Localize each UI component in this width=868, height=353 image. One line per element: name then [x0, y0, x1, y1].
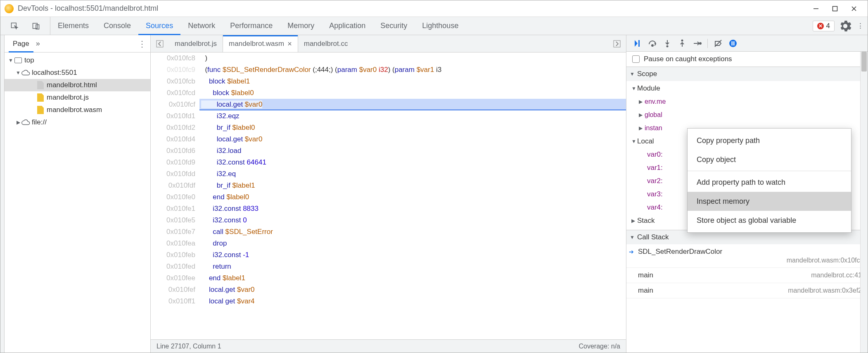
editor-tab[interactable]: mandelbrot.wasm×	[223, 35, 298, 52]
code-line[interactable]: br_if $label1	[199, 180, 626, 191]
editor-nav-fwd-icon[interactable]	[610, 37, 624, 50]
device-toolbar-icon[interactable]	[28, 19, 43, 33]
scope-section-header[interactable]: ▼Scope	[626, 67, 868, 81]
pause-caught-label: Pause on caught exceptions	[644, 55, 732, 63]
svg-rect-16	[732, 41, 733, 45]
callstack-frame[interactable]: mainmandelbrot.wasm:0x3ef2	[626, 283, 868, 298]
deactivate-breakpoints-icon[interactable]	[712, 37, 724, 50]
file-tree-item[interactable]: mandelbrot.js	[5, 91, 150, 104]
window-titlebar: DevTools - localhost:5501/mandelbrot.htm…	[0, 0, 868, 17]
code-line[interactable]: i32.const -1	[199, 249, 626, 261]
step-into-icon[interactable]	[661, 37, 674, 50]
editor-tab[interactable]: mandelbrot.cc	[298, 35, 354, 52]
gutter-address: 0x010fed	[151, 261, 195, 272]
step-over-icon[interactable]	[646, 37, 659, 50]
context-menu-item[interactable]: Inspect memory	[688, 192, 851, 211]
gutter-address: 0x010fd1	[151, 110, 195, 122]
callstack-frame[interactable]: ➔SDL_SetRenderDrawColormandelbrot.wasm:0…	[626, 244, 868, 268]
code-line[interactable]: br_if $label0	[199, 122, 626, 134]
context-menu-item[interactable]: Add property path to watch	[688, 173, 851, 192]
panel-tab-network[interactable]: Network	[180, 17, 223, 35]
code-line[interactable]: )	[199, 52, 626, 64]
code-line[interactable]: end $label1	[199, 272, 626, 284]
code-line[interactable]: block $label1	[199, 76, 626, 87]
file-tree-item[interactable]: ▼top	[5, 54, 150, 67]
code-line[interactable]: local.get $var0	[199, 284, 626, 296]
code-line[interactable]: (func $SDL_SetRenderDrawColor (;444;) (p…	[199, 64, 626, 76]
panel-tab-sources[interactable]: Sources	[138, 17, 180, 35]
svg-rect-7	[157, 41, 163, 47]
code-line[interactable]: local get $var4	[199, 296, 626, 307]
window-close-button[interactable]	[844, 2, 863, 15]
navigator-kebab-icon[interactable]: ⋮	[138, 39, 146, 49]
scope-module-item[interactable]: ▶global	[626, 108, 868, 122]
scope-module-item[interactable]: ▶env.me	[626, 95, 868, 108]
panel-tab-application[interactable]: Application	[322, 17, 373, 35]
step-out-icon[interactable]	[676, 37, 688, 50]
panel-tab-memory[interactable]: Memory	[280, 17, 322, 35]
panel-tab-lighthouse[interactable]: Lighthouse	[415, 17, 466, 35]
kebab-menu-icon[interactable]: ⋮	[853, 19, 868, 33]
gutter-address: 0x010fe7	[151, 226, 195, 238]
window-maximize-button[interactable]	[825, 2, 844, 15]
panel-tabbar: ElementsConsoleSourcesNetworkPerformance…	[0, 17, 868, 35]
panel-tab-elements[interactable]: Elements	[50, 17, 96, 35]
svg-rect-17	[733, 41, 735, 45]
code-line[interactable]: i32.load	[199, 145, 626, 157]
code-line[interactable]: return	[199, 261, 626, 272]
debugger-scrollbar[interactable]: ▲	[860, 52, 868, 353]
code-line[interactable]: i32.eq	[199, 168, 626, 180]
editor-nav-back-icon[interactable]	[153, 37, 166, 50]
close-icon[interactable]: ×	[287, 40, 292, 48]
code-line[interactable]: local.get $var0	[199, 99, 626, 110]
callstack-frame[interactable]: mainmandelbrot.cc:41	[626, 268, 868, 283]
code-line[interactable]: i32.eqz	[199, 110, 626, 122]
code-line[interactable]: drop	[199, 238, 626, 249]
gutter-address: 0x010feb	[151, 249, 195, 261]
cloud-icon	[21, 119, 30, 126]
error-count-pill[interactable]: ✕ 4	[813, 21, 835, 31]
code-line[interactable]: i32.const 64641	[199, 157, 626, 168]
file-tree-item[interactable]: ▼localhost:5501	[5, 67, 150, 79]
panel-tab-security[interactable]: Security	[373, 17, 415, 35]
resume-icon[interactable]	[631, 37, 644, 50]
code-line[interactable]: i32.const 8833	[199, 203, 626, 215]
context-menu-item[interactable]: Copy property path	[688, 131, 851, 150]
left-gutter-strip	[0, 35, 5, 353]
navigator-tab-page[interactable]: Page	[9, 35, 33, 52]
context-menu-item[interactable]: Store object as global variable	[688, 211, 851, 230]
gutter-address: 0x010fe0	[151, 191, 195, 203]
svg-point-15	[729, 40, 737, 47]
file-tree-item[interactable]: mandelbrot.wasm	[5, 104, 150, 116]
step-icon[interactable]	[691, 37, 703, 50]
gutter-address: 0x010fdd	[151, 168, 195, 180]
code-line[interactable]: block $label0	[199, 87, 626, 99]
panel-tab-console[interactable]: Console	[96, 17, 138, 35]
settings-gear-icon[interactable]	[838, 19, 853, 33]
svg-rect-8	[614, 41, 620, 47]
window-title: DevTools - localhost:5501/mandelbrot.htm…	[18, 4, 806, 13]
gutter-address: 0x010fc8	[151, 52, 195, 64]
code-line[interactable]: call $SDL_SetError	[199, 226, 626, 238]
pause-on-exceptions-icon[interactable]	[727, 37, 739, 50]
code-line[interactable]: i32.const 0	[199, 215, 626, 226]
context-menu-item[interactable]: Copy object	[688, 150, 851, 169]
current-frame-icon: ➔	[629, 248, 634, 255]
pause-caught-checkbox[interactable]	[632, 55, 640, 63]
gutter-address: 0x010fd2	[151, 122, 195, 134]
code-line[interactable]: local.get $var0	[199, 134, 626, 145]
navigator-overflow-icon[interactable]: »	[36, 39, 40, 48]
svg-point-11	[666, 45, 669, 47]
editor-tab[interactable]: mandelbrot.js	[169, 35, 223, 52]
svg-rect-5	[33, 23, 38, 29]
file-tree-item[interactable]: mandelbrot.html	[5, 79, 150, 91]
code-line[interactable]: end $label0	[199, 191, 626, 203]
file-tree-item[interactable]: ▶file://	[5, 116, 150, 129]
inspect-element-icon[interactable]	[7, 19, 22, 33]
gutter-address: 0x010fea	[151, 238, 195, 249]
window-minimize-button[interactable]	[806, 2, 825, 15]
scope-module-header[interactable]: ▼Module	[626, 82, 868, 95]
gutter-address: 0x010fdf	[151, 180, 195, 191]
error-icon: ✕	[817, 23, 824, 29]
panel-tab-performance[interactable]: Performance	[223, 17, 280, 35]
